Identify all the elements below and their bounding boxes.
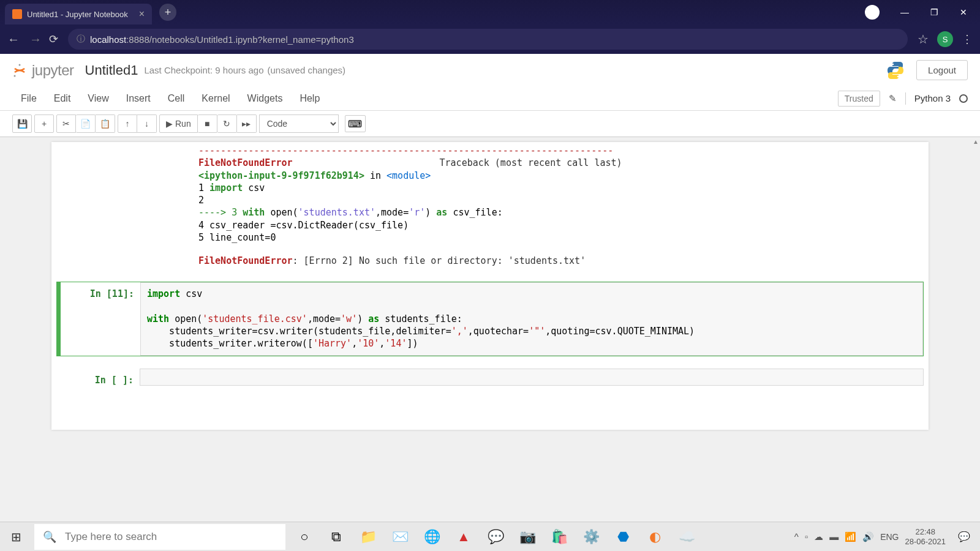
url-input[interactable]: ⓘ localhost:8888/notebooks/Untitled1.ipy… [68,29,908,50]
cell-code-input[interactable]: import csv with open('students_file.csv'… [140,282,923,355]
notebook-content: ----------------------------------------… [51,142,929,430]
interrupt-button[interactable]: ■ [198,114,217,133]
file-explorer-icon[interactable]: 📁 [354,522,382,552]
search-icon: 🔍 [43,530,56,544]
close-window-button[interactable]: ✕ [949,1,978,23]
command-palette-button[interactable]: ⌨ [345,115,366,132]
restart-run-all-button[interactable]: ▸▸ [237,114,257,133]
cell-prompt: In [11]: [61,282,140,355]
camera-icon[interactable]: 📷 [513,522,541,552]
menu-view[interactable]: View [79,93,117,104]
edit-group: ✂ 📄 📋 [56,114,115,133]
notifications-icon[interactable]: 💬 [952,531,976,542]
tab-close-icon[interactable]: × [139,9,145,20]
jupyter-taskbar-icon[interactable]: ◐ [641,522,669,552]
window-controls: — ❐ ✕ [865,1,980,23]
jupyter-logo-icon [12,63,27,78]
jupyter-header: jupyter Untitled1 Last Checkpoint: 9 hou… [0,54,980,86]
onedrive-icon[interactable]: ▫ [805,531,808,542]
minimize-button[interactable]: — [891,1,919,23]
site-info-icon[interactable]: ⓘ [77,34,85,45]
traceback-divider: ----------------------------------------… [198,144,929,157]
menu-insert[interactable]: Insert [118,93,159,104]
chrome-icon[interactable]: 🌐 [418,522,446,552]
code-cell-selected[interactable]: In [11]: import csv with open('students_… [56,282,924,356]
cloud-icon[interactable]: ☁ [814,531,823,542]
vscode-icon[interactable]: ⬣ [609,522,637,552]
forward-button[interactable]: → [29,32,42,47]
trusted-badge[interactable]: Trusted [838,91,880,107]
copy-button[interactable]: 📄 [76,114,96,133]
move-down-button[interactable]: ↓ [137,114,157,133]
browser-tab-bar: Untitled1 - Jupyter Notebook × + — ❐ ✕ [0,0,980,24]
menu-bar: File Edit View Insert Cell Kernel Widget… [0,86,980,111]
svg-point-3 [897,75,899,77]
jupyter-logo[interactable]: jupyter [12,62,74,79]
new-tab-button[interactable]: + [159,4,176,21]
python-logo-icon[interactable] [886,61,905,80]
url-text: localhost:8888/notebooks/Untitled1.ipynb… [90,34,354,45]
store-icon[interactable]: 🛍️ [545,522,573,552]
menu-kernel[interactable]: Kernel [193,93,238,104]
start-button[interactable]: ⊞ [0,522,32,552]
cell-prompt-empty: In [ ]: [60,369,140,386]
back-button[interactable]: ← [7,32,20,47]
notebook-scroll-area[interactable]: ▲ --------------------------------------… [0,137,980,522]
profile-button[interactable]: S [937,31,953,47]
windows-taskbar: ⊞ 🔍 Type here to search ○ ⧉ 📁 ✉️ 🌐 ▲ 💬 📷… [0,522,980,551]
svg-point-2 [892,63,894,65]
whatsapp-icon[interactable]: 💬 [481,522,510,552]
tray-expand-icon[interactable]: ^ [794,531,799,542]
error-output: ----------------------------------------… [51,142,929,269]
ipython-input-ref: <ipython-input-9-9f971f62b914> [198,170,364,181]
code-cell-empty[interactable]: In [ ]: [56,369,924,386]
notebook-name[interactable]: Untitled1 [85,62,138,78]
cell-code-input-empty[interactable] [140,369,924,386]
volume-icon[interactable]: 🔊 [862,531,874,542]
menu-edit[interactable]: Edit [45,93,80,104]
task-view-icon[interactable]: ⧉ [322,522,350,552]
edit-icon[interactable]: ✎ [889,93,897,104]
paste-button[interactable]: 📋 [96,114,115,133]
kernel-name[interactable]: Python 3 [914,93,951,103]
acrobat-icon[interactable]: ▲ [450,522,478,552]
divider [905,92,906,105]
run-button[interactable]: ▶ Run [159,114,198,133]
address-bar: ← → ⟳ ⓘ localhost:8888/notebooks/Untitle… [0,24,980,54]
menu-file[interactable]: File [12,93,45,104]
weather-icon[interactable]: ☁️ [673,522,701,552]
logout-button[interactable]: Logout [916,60,968,80]
kernel-status-icon[interactable] [959,94,968,103]
menu-cell[interactable]: Cell [159,93,194,104]
unsaved-status: (unsaved changes) [268,65,346,75]
clock[interactable]: 22:48 28-06-2021 [905,527,946,546]
reload-button[interactable]: ⟳ [49,32,58,46]
cortana-icon[interactable]: ○ [290,522,318,552]
cell-type-select[interactable]: Code [259,114,339,133]
cut-button[interactable]: ✂ [56,114,76,133]
save-button[interactable]: 💾 [12,114,32,133]
system-tray: ^ ▫ ☁ ▬ 📶 🔊 ENG 22:48 28-06-2021 💬 [794,527,980,546]
user-avatar-icon[interactable] [865,5,880,20]
settings-icon[interactable]: ⚙️ [577,522,605,552]
scrollbar-up-icon[interactable]: ▲ [973,138,979,145]
insert-cell-button[interactable]: + [34,114,54,133]
menu-help[interactable]: Help [291,93,328,104]
tab-title: Untitled1 - Jupyter Notebook [27,10,134,19]
move-up-button[interactable]: ↑ [118,114,137,133]
error-name: FileNotFoundError [198,157,293,168]
browser-tab[interactable]: Untitled1 - Jupyter Notebook × [5,4,152,24]
menu-widgets[interactable]: Widgets [239,93,292,104]
run-group: ▶ Run ■ ↻ ▸▸ [159,114,257,133]
language-indicator[interactable]: ENG [880,532,899,542]
battery-icon[interactable]: ▬ [829,531,839,542]
maximize-button[interactable]: ❐ [920,1,948,23]
bookmark-icon[interactable]: ☆ [918,32,929,47]
traceback-label: Traceback (most recent call last) [440,157,622,168]
search-placeholder: Type here to search [65,531,157,543]
mail-icon[interactable]: ✉️ [386,522,414,552]
taskbar-search[interactable]: 🔍 Type here to search [34,524,285,550]
wifi-icon[interactable]: 📶 [845,531,856,542]
browser-menu-icon[interactable]: ⋮ [962,32,973,46]
restart-button[interactable]: ↻ [217,114,237,133]
